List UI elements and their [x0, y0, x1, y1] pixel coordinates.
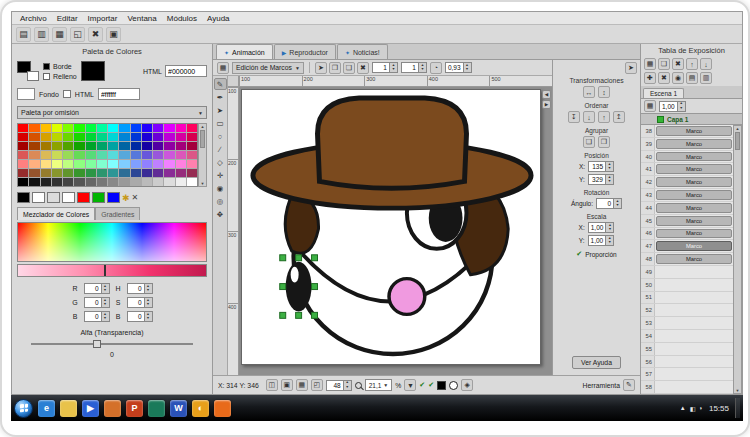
- palette-swatch[interactable]: [18, 142, 28, 150]
- palette-swatch[interactable]: [86, 142, 96, 150]
- flip-horizontal-button[interactable]: ↔: [583, 86, 595, 98]
- scroll-up-icon[interactable]: ▲: [736, 126, 740, 131]
- palette-swatch[interactable]: [142, 151, 152, 159]
- menu-item-archivo[interactable]: Archivo: [20, 14, 47, 23]
- palette-swatch[interactable]: [176, 151, 186, 159]
- palette-swatch[interactable]: [52, 151, 62, 159]
- basic-color-swatch[interactable]: [17, 192, 30, 203]
- spinner-arrows-icon[interactable]: ▲▼: [144, 298, 152, 307]
- palette-swatch[interactable]: [164, 178, 174, 186]
- palette-swatch[interactable]: [41, 133, 51, 141]
- palette-swatch[interactable]: [97, 169, 107, 177]
- add-frame-icon[interactable]: ✚: [644, 72, 656, 84]
- palette-swatch[interactable]: [86, 178, 96, 186]
- lock-frame-icon[interactable]: ◉: [672, 72, 684, 84]
- palette-select-dropdown[interactable]: Paleta por omisión ▼: [17, 106, 207, 119]
- palette-swatch[interactable]: [74, 133, 84, 141]
- group-button[interactable]: ❏: [583, 136, 595, 148]
- palette-swatch[interactable]: [18, 169, 28, 177]
- channel-spinner[interactable]: 0▲▼: [127, 311, 153, 322]
- palette-swatch[interactable]: [97, 160, 107, 168]
- frame-cell[interactable]: Marco: [655, 176, 733, 188]
- palette-swatch[interactable]: [86, 124, 96, 132]
- tab-noticias[interactable]: ✦Noticias!: [337, 44, 388, 59]
- background-hex-input[interactable]: [98, 88, 140, 100]
- palette-swatch[interactable]: [29, 160, 39, 168]
- palette-swatch[interactable]: [142, 142, 152, 150]
- palette-swatch[interactable]: [176, 169, 186, 177]
- palette-swatch[interactable]: [108, 133, 118, 141]
- basic-color-swatch[interactable]: [62, 192, 75, 203]
- layer-visibility-icon[interactable]: ▦: [644, 100, 656, 112]
- scroll-down-icon[interactable]: ▼: [736, 388, 740, 393]
- frame-cell[interactable]: [655, 330, 733, 342]
- taskbar-ie-icon[interactable]: e: [38, 400, 55, 417]
- palette-swatch[interactable]: [97, 178, 107, 186]
- insert-frame-icon[interactable]: ▤: [686, 72, 698, 84]
- palette-swatch[interactable]: [29, 169, 39, 177]
- fill-color-chip[interactable]: [449, 381, 458, 390]
- frame-cell[interactable]: Marco: [655, 240, 733, 252]
- frame-cell[interactable]: [655, 317, 733, 329]
- hue-saturation-picker[interactable]: [17, 222, 207, 262]
- antialias-check-icon[interactable]: ✔: [419, 381, 425, 389]
- palette-swatch[interactable]: [187, 160, 197, 168]
- bring-forward-button[interactable]: ↑: [598, 111, 610, 123]
- select-frames-icon[interactable]: ➤: [315, 62, 327, 74]
- palette-swatch[interactable]: [131, 160, 141, 168]
- hat-crown[interactable]: [317, 98, 466, 188]
- copy-frame-icon[interactable]: ❐: [329, 62, 341, 74]
- frames-scrollbar[interactable]: ▲▼: [733, 125, 742, 394]
- close-icon[interactable]: ✖: [88, 27, 103, 42]
- palette-swatch[interactable]: [176, 142, 186, 150]
- rectangle-tool-icon[interactable]: ▭: [214, 117, 227, 129]
- brush-size-spinner[interactable]: 48▲▼: [326, 380, 352, 391]
- palette-swatch[interactable]: [41, 151, 51, 159]
- palette-swatch[interactable]: [108, 178, 118, 186]
- spinner-arrows-icon[interactable]: ▲▼: [144, 284, 152, 293]
- palette-swatch[interactable]: [176, 133, 186, 141]
- frame-cell[interactable]: Marco: [655, 163, 733, 175]
- palette-swatch[interactable]: [131, 133, 141, 141]
- palette-swatch[interactable]: [153, 178, 163, 186]
- remove-layer-icon[interactable]: ✖: [672, 58, 684, 70]
- frame-marco-selected[interactable]: Marco: [656, 241, 732, 251]
- palette-swatch[interactable]: [142, 160, 152, 168]
- frame-spinner-2[interactable]: 1▲▼: [401, 62, 427, 73]
- palette-swatch[interactable]: [86, 169, 96, 177]
- palette-swatch[interactable]: [176, 124, 186, 132]
- palette-swatch[interactable]: [63, 133, 73, 141]
- frame-marco[interactable]: Marco: [656, 254, 732, 264]
- scroll-thumb[interactable]: [200, 130, 205, 148]
- spinner-arrows-icon[interactable]: ▲▼: [101, 284, 109, 293]
- position-x-spinner[interactable]: 135▲▼: [588, 161, 614, 172]
- store-icon[interactable]: ▣: [106, 27, 121, 42]
- proportion-checkbox[interactable]: ✔Proporción: [576, 250, 616, 258]
- border-color-chip[interactable]: [437, 381, 446, 390]
- clock[interactable]: 15:55: [707, 404, 731, 413]
- start-button[interactable]: [14, 399, 33, 418]
- new-document-icon[interactable]: ▤: [16, 27, 31, 42]
- position-y-spinner[interactable]: 329▲▼: [588, 174, 614, 185]
- left-eye-shape-selected[interactable]: [286, 262, 312, 312]
- taskbar-firefox-icon[interactable]: [214, 400, 231, 417]
- background-swatch[interactable]: [17, 88, 35, 100]
- favorite-color-icon[interactable]: ✱: [122, 193, 130, 203]
- rotation-select-button[interactable]: ▼: [404, 379, 416, 391]
- frame-cell[interactable]: Marco: [655, 151, 733, 163]
- palette-swatch[interactable]: [29, 124, 39, 132]
- scale-x-spinner[interactable]: 1,00▲▼: [588, 222, 615, 233]
- channel-spinner[interactable]: 0▲▼: [84, 311, 110, 322]
- palette-swatch[interactable]: [74, 169, 84, 177]
- palette-swatch[interactable]: [18, 133, 28, 141]
- palette-swatch[interactable]: [119, 160, 129, 168]
- open-project-icon[interactable]: ▥: [34, 27, 49, 42]
- palette-swatch[interactable]: [119, 142, 129, 150]
- palette-swatch[interactable]: [41, 169, 51, 177]
- palette-swatch[interactable]: [187, 169, 197, 177]
- ellipse-tool-icon[interactable]: ○: [214, 130, 227, 142]
- bring-to-front-button[interactable]: ↥: [613, 111, 625, 123]
- taskbar-chrome-icon[interactable]: ◐: [192, 400, 209, 417]
- palette-swatch[interactable]: [74, 151, 84, 159]
- taskbar-media-player-icon[interactable]: ▶: [82, 400, 99, 417]
